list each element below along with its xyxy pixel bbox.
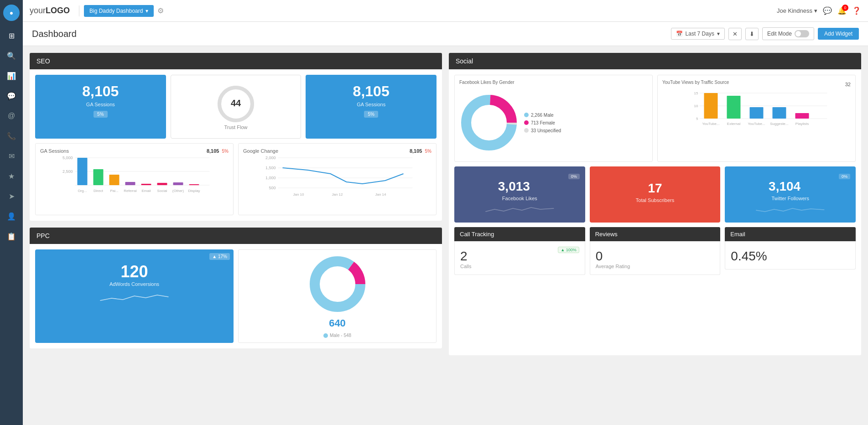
twitter-label: Twitter Followers <box>730 196 850 201</box>
seo-header: SEO <box>30 53 442 69</box>
sidebar-item-phone[interactable]: 📞 <box>3 128 20 144</box>
social-charts-grid: Facebook Likes By Gender <box>454 75 856 162</box>
sidebar-item-send[interactable]: ➤ <box>3 188 20 204</box>
fb-gender-title: Facebook Likes By Gender <box>459 80 648 85</box>
svg-rect-46 <box>750 107 764 119</box>
ppc-content: ▲ 17% 120 AdWords Conversions <box>35 249 437 343</box>
topnav-right: Joe Kindness ▾ 💬 🔔 0 ❓ <box>777 6 861 15</box>
email-body: 0.45% <box>725 241 856 270</box>
svg-rect-10 <box>109 175 120 185</box>
help-icon[interactable]: ❓ <box>852 6 861 15</box>
svg-text:44: 44 <box>231 98 241 108</box>
ga-sessions-badge-1: 5% <box>94 111 107 118</box>
adwords-card: ▲ 17% 120 AdWords Conversions <box>35 249 234 343</box>
svg-text:Referral: Referral <box>124 189 137 193</box>
svg-text:5: 5 <box>696 117 698 121</box>
svg-text:2,000: 2,000 <box>265 155 276 160</box>
calls-label: Calls <box>460 264 579 269</box>
sidebar-item-at[interactable]: @ <box>3 108 20 124</box>
user-menu[interactable]: Joe Kindness ▾ <box>777 7 817 14</box>
subscribers-label: Total Subscribers <box>595 197 715 203</box>
fb-likes-badge: 0% <box>568 174 580 179</box>
ga-sessions-chart: GA Sessions 8,105 5% 5,000 <box>35 143 234 215</box>
svg-text:YouTube...: YouTube... <box>748 122 765 126</box>
svg-rect-47 <box>773 107 786 119</box>
svg-text:Org...: Org... <box>78 189 87 193</box>
legend-female: 713 Female <box>524 120 561 125</box>
svg-text:Playlists: Playlists <box>795 122 809 126</box>
email-section: Email 0.45% <box>725 227 856 275</box>
email-header: Email <box>725 227 856 241</box>
ga-sessions-chart-title: GA Sessions 8,105 5% <box>40 148 229 154</box>
sidebar-item-star[interactable]: ★ <box>3 168 20 184</box>
adwords-value: 120 <box>41 262 228 281</box>
twitter-followers-card: 0% 3,104 Twitter Followers <box>725 166 856 223</box>
fb-donut-svg <box>459 93 519 152</box>
ga-sessions-card-3: 8,105 GA Sessions 5% <box>306 75 437 139</box>
avg-rating-label: Average Rating <box>596 264 715 269</box>
svg-rect-8 <box>78 158 88 185</box>
fb-gender-legend: 2,266 Male 713 Female 33 Unspecified <box>524 113 561 133</box>
add-widget-btn[interactable]: Add Widget <box>818 28 859 40</box>
svg-rect-11 <box>125 182 135 185</box>
google-change-chart-title: Google Change 8,105 5% <box>243 148 431 154</box>
gear-icon[interactable]: ⚙ <box>157 6 164 15</box>
sidebar-item-user[interactable]: 👤 <box>3 208 20 224</box>
sidebar-item-email[interactable]: ✉ <box>3 148 20 164</box>
svg-rect-44 <box>704 93 718 119</box>
fb-likes-wave <box>460 205 580 215</box>
donut-container: 2,266 Male 713 Female 33 Unspecified <box>459 88 648 157</box>
topnav-divider <box>79 5 79 16</box>
google-change-chart: Google Change 8,105 5% 2,000 <box>238 143 437 215</box>
ga-sessions-card-1: 8,105 GA Sessions 5% <box>35 75 166 139</box>
adwords-badge: ▲ 17% <box>209 253 230 260</box>
close-btn[interactable]: ✕ <box>728 28 742 40</box>
svg-text:Direct: Direct <box>94 189 104 193</box>
sidebar-item-bar-chart[interactable]: 📊 <box>3 67 20 84</box>
svg-text:Jan 12: Jan 12 <box>332 192 343 197</box>
sidebar-item-search[interactable]: 🔍 <box>3 47 20 64</box>
social-section: Social Facebook Likes By Gender <box>449 53 861 355</box>
topnav-logo: yourLOGO <box>30 6 70 16</box>
fb-likes-card: 0% 3,013 Facebook Likes <box>454 166 585 223</box>
svg-text:5,000: 5,000 <box>62 155 73 160</box>
sidebar-item-clipboard[interactable]: 📋 <box>3 228 20 244</box>
yt-count: 32 <box>845 82 851 87</box>
svg-text:1,000: 1,000 <box>265 176 276 180</box>
ga-sessions-badge-3: 5% <box>364 111 378 118</box>
unspecified-dot <box>524 128 529 133</box>
seo-body: 8,105 GA Sessions 5% 44 Trust Flow <box>30 69 442 221</box>
svg-text:1,500: 1,500 <box>265 166 276 170</box>
calendar-icon: 📅 <box>676 31 683 37</box>
fb-likes-value: 3,013 <box>460 174 580 194</box>
trust-label: Trust Flow <box>224 124 248 130</box>
social-body: Facebook Likes By Gender <box>449 69 861 280</box>
ppc-male-dot <box>323 333 328 338</box>
edit-mode-btn[interactable]: Edit Mode <box>762 27 814 40</box>
sidebar-item-comments[interactable]: 💬 <box>3 88 20 104</box>
svg-rect-12 <box>141 184 151 185</box>
edit-mode-toggle[interactable] <box>795 30 809 37</box>
chat-icon[interactable]: 💬 <box>823 6 832 15</box>
date-filter-btn[interactable]: 📅 Last 7 Days ▾ <box>671 28 725 40</box>
fb-gender-chart: Facebook Likes By Gender <box>454 75 653 162</box>
dashboard-selector[interactable]: Big Daddy Dashboard <box>84 5 154 17</box>
legend-male: 2,266 Male <box>524 113 561 118</box>
fb-likes-label: Facebook Likes <box>460 196 580 201</box>
ga-sessions-value-3: 8,105 <box>311 83 431 100</box>
bar-chart-svg: 5,000 2,500 <box>40 155 229 203</box>
call-tracking-header: Call Tracking <box>454 227 585 241</box>
header-actions: 📅 Last 7 Days ▾ ✕ ⬇ Edit Mode Add Widget <box>671 27 859 40</box>
ppc-section: PPC ▲ 17% 120 AdWords Conversions <box>30 228 442 348</box>
social-stat-cards: 0% 3,013 Facebook Likes 17 Total Subscri… <box>454 166 856 223</box>
yt-bar-chart-svg: 15 10 5 YouTube... External <box>662 88 851 148</box>
ga-sessions-label-1: GA Sessions <box>41 102 161 107</box>
sidebar-item-home[interactable]: ⊞ <box>3 27 20 44</box>
reviews-body: 0 Average Rating <box>590 241 721 275</box>
line-chart-svg: 2,000 1,500 1,000 500 Jan 10 Jan 12 Jan … <box>243 155 431 203</box>
download-btn[interactable]: ⬇ <box>745 28 759 40</box>
svg-rect-45 <box>727 96 741 119</box>
notification-bell[interactable]: 🔔 0 <box>837 6 847 15</box>
svg-text:15: 15 <box>694 91 698 95</box>
subscribers-value: 17 <box>595 174 715 196</box>
